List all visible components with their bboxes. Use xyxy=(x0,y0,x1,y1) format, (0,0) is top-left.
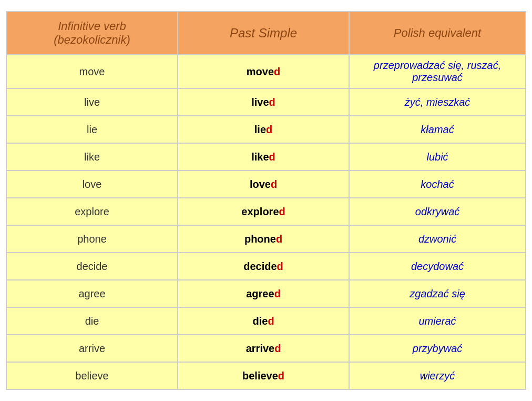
past-simple-cell: explored xyxy=(178,198,349,225)
table-row: arrivearrivedprzybywać xyxy=(6,335,526,362)
past-suffix: d xyxy=(274,343,281,354)
past-simple-cell: phoned xyxy=(178,225,349,253)
polish-cell: lubić xyxy=(349,143,526,171)
polish-cell: umierać xyxy=(349,307,526,335)
past-simple-cell: died xyxy=(178,307,349,335)
col3-header: Polish equivalent xyxy=(349,12,526,55)
past-stem: believe xyxy=(242,370,278,382)
past-stem: phone xyxy=(244,233,276,245)
past-simple-cell: lived xyxy=(178,88,349,116)
polish-cell: kłamać xyxy=(349,116,526,143)
infinitive-cell: live xyxy=(6,88,178,116)
polish-cell: przeprowadzać się, ruszać, przesuwać xyxy=(349,55,526,88)
table-row: lieliedkłamać xyxy=(6,116,526,143)
infinitive-cell: believe xyxy=(6,362,178,389)
table-row: believebelievedwierzyć xyxy=(6,362,526,389)
past-stem: love xyxy=(250,178,271,190)
past-simple-cell: arrived xyxy=(178,335,349,362)
past-stem: like xyxy=(251,151,269,163)
table-row: diediedumierać xyxy=(6,307,526,335)
past-simple-cell: agreed xyxy=(178,280,349,307)
polish-cell: żyć, mieszkać xyxy=(349,88,526,116)
past-suffix: d xyxy=(269,96,275,108)
col2-header: Past Simple xyxy=(178,12,349,55)
infinitive-cell: agree xyxy=(6,280,178,307)
table-row: livelivedżyć, mieszkać xyxy=(6,88,526,116)
polish-cell: zgadzać się xyxy=(349,280,526,307)
infinitive-cell: die xyxy=(6,307,178,335)
polish-cell: wierzyć xyxy=(349,362,526,389)
infinitive-cell: decide xyxy=(6,253,178,280)
past-simple-cell: believed xyxy=(178,362,349,389)
polish-cell: przybywać xyxy=(349,335,526,362)
infinitive-cell: like xyxy=(6,143,178,171)
past-suffix: d xyxy=(269,151,275,163)
header-row: Infinitive verb (bezokolicznik) Past Sim… xyxy=(6,12,526,55)
infinitive-cell: lie xyxy=(6,116,178,143)
past-stem: arrive xyxy=(246,343,275,354)
table-row: agreeagreedzgadzać się xyxy=(6,280,526,307)
table-row: phonephoneddzwonić xyxy=(6,225,526,253)
past-simple-cell: lied xyxy=(178,116,349,143)
infinitive-cell: phone xyxy=(6,225,178,253)
polish-cell: odkrywać xyxy=(349,198,526,225)
past-suffix: d xyxy=(279,206,285,217)
col1-header-line1: Infinitive verb xyxy=(58,19,126,33)
past-suffix: d xyxy=(274,66,280,77)
col1-header: Infinitive verb (bezokolicznik) xyxy=(6,12,178,55)
past-suffix: d xyxy=(277,260,283,272)
past-stem: decide xyxy=(243,260,277,272)
table-row: likelikedlubić xyxy=(6,143,526,171)
past-stem: agree xyxy=(246,288,274,299)
infinitive-cell: arrive xyxy=(6,335,178,362)
table-row: decidedecideddecydować xyxy=(6,253,526,280)
past-stem: live xyxy=(251,96,269,108)
page-container: Infinitive verb (bezokolicznik) Past Sim… xyxy=(0,0,532,401)
past-stem: die xyxy=(252,315,268,327)
past-suffix: d xyxy=(266,124,272,135)
verb-table: Infinitive verb (bezokolicznik) Past Sim… xyxy=(6,11,526,390)
table-row: lovelovedkochać xyxy=(6,171,526,198)
polish-cell: kochać xyxy=(349,171,526,198)
table-row: movemovedprzeprowadzać się, ruszać, prze… xyxy=(6,55,526,88)
infinitive-cell: move xyxy=(6,55,178,88)
past-simple-cell: moved xyxy=(178,55,349,88)
past-simple-cell: decided xyxy=(178,253,349,280)
polish-cell: decydować xyxy=(349,253,526,280)
past-simple-cell: loved xyxy=(178,171,349,198)
past-stem: lie xyxy=(254,124,266,135)
past-suffix: d xyxy=(274,288,281,299)
table-row: exploreexploredodkrywać xyxy=(6,198,526,225)
past-stem: move xyxy=(247,66,274,77)
col1-header-line2: (bezokolicznik) xyxy=(54,33,130,46)
polish-cell: dzwonić xyxy=(349,225,526,253)
past-suffix: d xyxy=(276,233,282,245)
past-suffix: d xyxy=(271,178,277,190)
infinitive-cell: explore xyxy=(6,198,178,225)
past-stem: explore xyxy=(241,206,279,217)
infinitive-cell: love xyxy=(6,171,178,198)
past-suffix: d xyxy=(268,315,274,327)
past-suffix: d xyxy=(278,370,284,382)
past-simple-cell: liked xyxy=(178,143,349,171)
